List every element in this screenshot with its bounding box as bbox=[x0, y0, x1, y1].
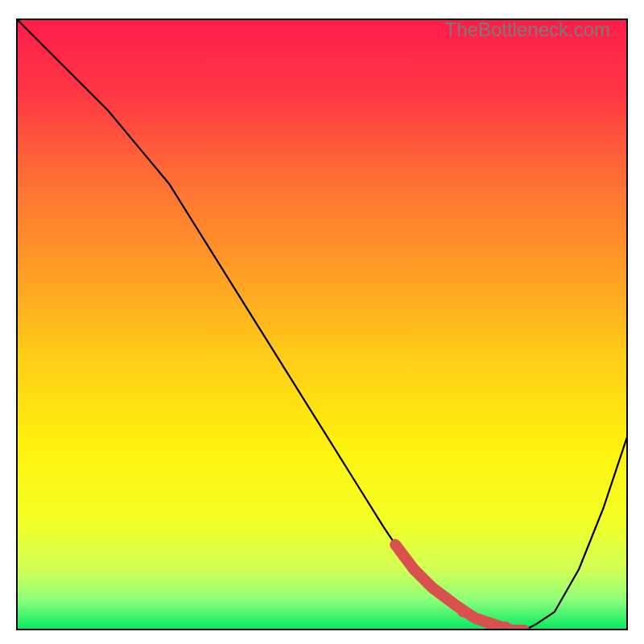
watermark-text: TheBottleneck.com bbox=[445, 19, 610, 41]
chart-frame: TheBottleneck.com bbox=[16, 19, 628, 630]
chart-border bbox=[16, 19, 628, 630]
svg-rect-5 bbox=[17, 19, 627, 630]
plot-area bbox=[16, 19, 628, 630]
